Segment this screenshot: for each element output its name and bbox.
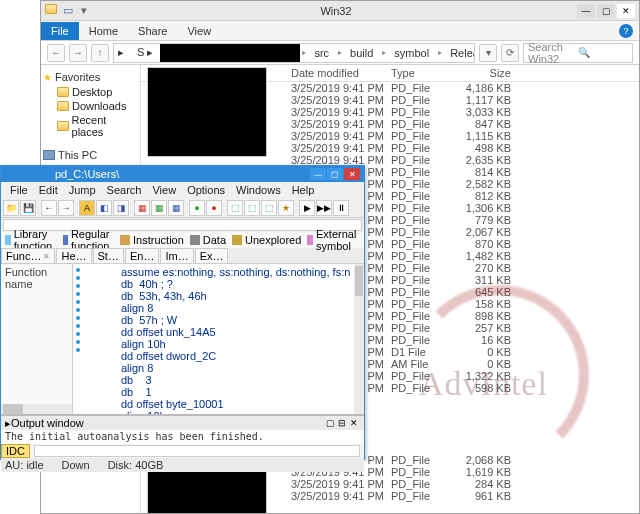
refresh-button[interactable]: ⟳: [501, 44, 519, 62]
disasm-line[interactable]: align 10h: [121, 338, 360, 350]
titlebar: ▭ ▾ Win32 — ▢ ✕: [41, 1, 639, 21]
tree-item-downloads[interactable]: Downloads: [43, 99, 138, 113]
tree-item-desktop[interactable]: Desktop: [43, 85, 138, 99]
menu-view[interactable]: View: [147, 184, 181, 196]
search-input[interactable]: Search Win32 🔍: [523, 43, 633, 63]
tool-button[interactable]: ◧: [96, 200, 112, 216]
breadcrumb-seg[interactable]: src: [308, 47, 336, 59]
disasm-line[interactable]: dd offset dword_2C: [121, 350, 360, 362]
tool-button[interactable]: ⬚: [227, 200, 243, 216]
tool-button[interactable]: A: [79, 200, 95, 216]
tab-share[interactable]: Share: [128, 22, 177, 40]
tab-home[interactable]: Home: [79, 22, 128, 40]
breakpoint-gutter[interactable]: [73, 264, 83, 414]
close-button[interactable]: ✕: [617, 4, 635, 18]
tool-button[interactable]: ▦: [168, 200, 184, 216]
col-date[interactable]: Date modified: [291, 67, 391, 79]
minimize-button[interactable]: —: [577, 4, 595, 18]
disassembly-view[interactable]: assume es:nothing, ss:nothing, ds:nothin…: [73, 264, 364, 414]
disasm-line[interactable]: db 3: [121, 374, 360, 386]
menu-options[interactable]: Options: [182, 184, 230, 196]
disasm-line[interactable]: align 10h: [121, 410, 360, 414]
legend-data[interactable]: Data: [190, 234, 226, 246]
idc-input[interactable]: [34, 445, 360, 457]
disasm-line[interactable]: db 53h, 43h, 46h: [121, 290, 360, 302]
breadcrumb-redacted: [160, 44, 300, 62]
up-button[interactable]: ↑: [91, 44, 109, 62]
ida-toolbar: 📁 💾 ← → A ◧ ◨ ▦ ▦ ▦ ● ● ⬚ ⬚ ⬚ ★ ▶ ▶▶ ⏸: [1, 198, 364, 218]
open-button[interactable]: 📁: [3, 200, 19, 216]
chevron-right-icon: ▸: [380, 48, 388, 57]
disasm-line[interactable]: assume es:nothing, ss:nothing, ds:nothin…: [121, 266, 360, 278]
tool-button[interactable]: ◨: [113, 200, 129, 216]
step-button[interactable]: ⏸: [333, 200, 349, 216]
disasm-line[interactable]: align 8: [121, 302, 360, 314]
tree-thispc[interactable]: This PC: [43, 147, 138, 163]
tree-item-recent[interactable]: Recent places: [43, 113, 138, 139]
tool-button[interactable]: ⬚: [244, 200, 260, 216]
breadcrumb-drive-icon: ▸: [114, 46, 131, 59]
properties-icon[interactable]: ▭: [63, 4, 77, 18]
tab-strings[interactable]: St…: [93, 248, 124, 263]
tree-favorites[interactable]: ★Favorites: [43, 69, 138, 85]
disasm-line[interactable]: dd offset byte_10001: [121, 398, 360, 410]
back-button[interactable]: ←: [41, 200, 57, 216]
tab-imports[interactable]: Im…: [160, 248, 193, 263]
tool-button[interactable]: ⬚: [261, 200, 277, 216]
run-button[interactable]: ●: [189, 200, 205, 216]
back-button[interactable]: ←: [47, 44, 65, 62]
breadcrumb-seg[interactable]: Release: [444, 47, 475, 59]
tab-exports[interactable]: Ex…: [195, 248, 229, 263]
col-size[interactable]: Size: [451, 67, 521, 79]
pin-button[interactable]: ⊟: [336, 418, 348, 428]
tool-button[interactable]: ★: [278, 200, 294, 216]
dropdown-icon[interactable]: ▾: [81, 4, 95, 18]
maximize-button[interactable]: ▢: [327, 168, 343, 180]
close-icon[interactable]: ✕: [348, 418, 360, 428]
fwd-button[interactable]: →: [58, 200, 74, 216]
legend-external[interactable]: External symbol: [307, 228, 360, 252]
tab-functions[interactable]: Func…✕: [1, 248, 55, 263]
step-button[interactable]: ▶: [299, 200, 315, 216]
save-button[interactable]: 💾: [20, 200, 36, 216]
disasm-line[interactable]: dd offset unk_14A5: [121, 326, 360, 338]
breadcrumb-dropdown[interactable]: ▾: [479, 44, 497, 62]
tab-file[interactable]: File: [41, 22, 79, 40]
stop-button[interactable]: ●: [206, 200, 222, 216]
minimize-button[interactable]: —: [310, 168, 326, 180]
tab-hex[interactable]: He…: [56, 248, 91, 263]
step-button[interactable]: ▶▶: [316, 200, 332, 216]
window-title: Win32: [95, 5, 577, 17]
maximize-button[interactable]: ▢: [597, 4, 615, 18]
scrollbar-vertical[interactable]: [354, 264, 364, 414]
breadcrumb-seg[interactable]: build: [344, 47, 380, 59]
tool-button[interactable]: ▦: [151, 200, 167, 216]
close-icon[interactable]: ✕: [43, 252, 50, 261]
breadcrumb-drive[interactable]: S ▸: [131, 46, 160, 59]
tab-view[interactable]: View: [177, 22, 221, 40]
col-type[interactable]: Type: [391, 67, 451, 79]
forward-button[interactable]: →: [69, 44, 87, 62]
legend-instruction[interactable]: Instruction: [120, 234, 184, 246]
menu-search[interactable]: Search: [102, 184, 147, 196]
menu-help[interactable]: Help: [287, 184, 320, 196]
menu-jump[interactable]: Jump: [64, 184, 101, 196]
tool-button[interactable]: ▦: [134, 200, 150, 216]
menu-edit[interactable]: Edit: [34, 184, 63, 196]
scrollbar-horizontal[interactable]: [1, 404, 72, 414]
legend-unexplored[interactable]: Unexplored: [232, 234, 301, 246]
close-button[interactable]: ✕: [344, 168, 360, 180]
dock-button[interactable]: ▢: [324, 418, 336, 428]
tab-enums[interactable]: En…: [125, 248, 159, 263]
disasm-line[interactable]: db 57h ; W: [121, 314, 360, 326]
status-au: AU: idle: [5, 459, 44, 471]
disasm-line[interactable]: db 1: [121, 386, 360, 398]
disasm-line[interactable]: db 40h ; ?: [121, 278, 360, 290]
breadcrumb-seg[interactable]: symbol: [388, 47, 436, 59]
menu-file[interactable]: File: [5, 184, 33, 196]
output-title: Output window: [11, 417, 324, 429]
menu-windows[interactable]: Windows: [231, 184, 286, 196]
help-icon[interactable]: ?: [619, 24, 633, 38]
breadcrumb[interactable]: ▸ S ▸ ▸ src ▸ build ▸ symbol ▸ Release ▸…: [113, 43, 475, 63]
disasm-line[interactable]: align 8: [121, 362, 360, 374]
